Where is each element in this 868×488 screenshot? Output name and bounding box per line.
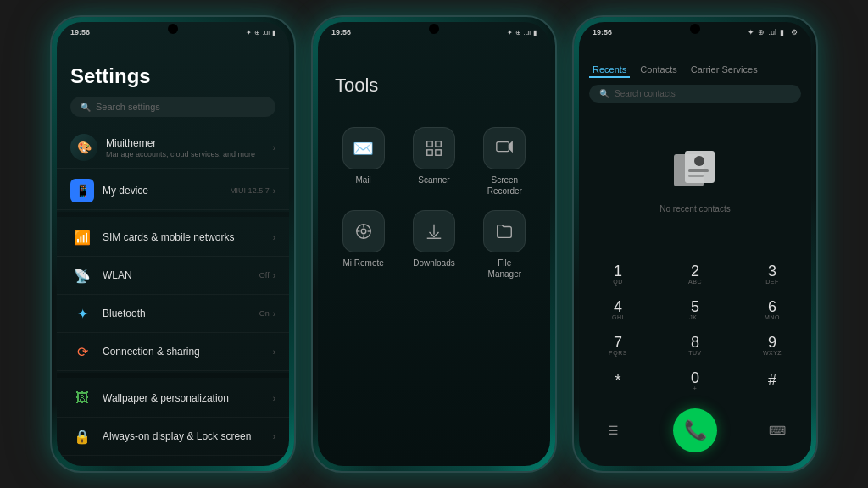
settings-item-miuithemer[interactable]: 🎨 Miuithemer Manage accounts, cloud serv…: [57, 127, 289, 169]
mydevice-right: MIUI 12.5.7 ›: [230, 186, 275, 196]
mydevice-version: MIUI 12.5.7: [230, 186, 270, 195]
tab-recents[interactable]: Recents: [589, 63, 630, 78]
bluetooth-status: On: [259, 309, 270, 318]
keypad-toggle-button[interactable]: ⌨: [760, 413, 794, 447]
key-4[interactable]: 4 GHI: [593, 293, 643, 325]
tab-carrier[interactable]: Carrier Services: [687, 63, 761, 78]
dialer-search-bar[interactable]: 🔍 Search contacts: [589, 85, 801, 103]
key-8[interactable]: 8 TUV: [670, 329, 721, 361]
settings-item-bluetooth[interactable]: ✦ Bluetooth On ›: [57, 295, 289, 333]
bluetooth-icon: ✦: [70, 302, 94, 325]
key-7[interactable]: 7 PQRS: [593, 329, 643, 361]
key-9[interactable]: 9 WXYZ: [747, 329, 798, 361]
call-icon: 📞: [684, 419, 707, 441]
key-3[interactable]: 3 DEF: [747, 258, 798, 290]
call-button[interactable]: 📞: [673, 408, 717, 452]
svg-rect-1: [436, 141, 441, 147]
wallpaper-content: Wallpaper & personalization: [103, 392, 273, 404]
tools-title: Tools: [335, 75, 533, 97]
menu-button[interactable]: ☰: [596, 413, 630, 447]
scanner-label: Scanner: [418, 175, 449, 186]
signal-icon-status: ⊕: [254, 29, 260, 36]
settings-item-wlan[interactable]: 📡 WLAN Off ›: [57, 257, 289, 295]
key-6[interactable]: 6 MNO: [747, 293, 798, 325]
settings-gear-icon[interactable]: ⚙: [791, 28, 798, 36]
lockscreen-chevron: ›: [273, 432, 275, 441]
key-star[interactable]: *: [593, 364, 643, 396]
phone-dialer: 19:56 ✦ ⊕ .ul ▮ ⚙ Recents Contacts Carri…: [572, 15, 818, 473]
wlan-title: WLAN: [103, 269, 259, 281]
wlan-status: Off: [259, 271, 270, 280]
bt-icon-3: ✦: [748, 28, 754, 36]
mi-remote-icon: [342, 210, 385, 252]
tool-downloads[interactable]: Downloads: [405, 210, 462, 280]
status-icons-1: ✦ ⊕ .ul ▮: [246, 29, 275, 36]
keypad-row-3: 7 PQRS 8 TUV 9 WXYZ: [593, 329, 798, 361]
mydevice-content: My device: [103, 185, 230, 197]
tool-mail[interactable]: ✉️ Mail: [335, 127, 392, 197]
divider-2: [57, 373, 289, 378]
settings-item-display[interactable]: ☀ Display ›: [57, 456, 289, 466]
search-placeholder: Search settings: [96, 102, 160, 112]
key-1[interactable]: 1 QD: [593, 258, 643, 290]
tab-contacts[interactable]: Contacts: [637, 63, 680, 78]
mi-remote-label: Mi Remote: [342, 258, 383, 269]
bluetooth-right: On ›: [259, 309, 275, 319]
tools-header: Tools: [318, 41, 550, 114]
settings-search-bar[interactable]: 🔍 Search settings: [70, 97, 275, 117]
divider-1: [57, 212, 289, 217]
connection-content: Connection & sharing: [103, 346, 273, 358]
settings-item-lockscreen[interactable]: 🔒 Always-on display & Lock screen ›: [57, 418, 289, 456]
miuithemer-icon: 🎨: [70, 134, 97, 161]
phone-settings: 19:56 ✦ ⊕ .ul ▮ Settings 🔍 Search settin…: [50, 15, 296, 473]
file-manager-label: FileManager: [488, 258, 521, 280]
key-5[interactable]: 5 JKL: [670, 293, 721, 325]
sim-content: SIM cards & mobile networks: [103, 231, 273, 243]
settings-item-sim[interactable]: 📶 SIM cards & mobile networks ›: [57, 219, 289, 257]
tool-file-manager[interactable]: FileManager: [476, 210, 533, 280]
mydevice-chevron: ›: [273, 186, 275, 196]
status-time-3: 19:56: [593, 28, 612, 36]
dialer-screen: 19:56 ✦ ⊕ .ul ▮ ⚙ Recents Contacts Carri…: [579, 22, 811, 466]
scanner-icon: [413, 127, 455, 169]
svg-point-15: [694, 156, 704, 166]
svg-rect-17: [688, 175, 704, 177]
svg-rect-14: [685, 151, 715, 183]
key-hash[interactable]: #: [747, 364, 798, 396]
svg-rect-2: [427, 150, 432, 155]
downloads-label: Downloads: [413, 258, 454, 269]
tool-scanner[interactable]: Scanner: [405, 127, 462, 197]
tool-screen-recorder[interactable]: ScreenRecorder: [476, 127, 533, 197]
wlan-content: WLAN: [103, 269, 259, 281]
svg-rect-3: [436, 150, 441, 155]
menu-icon: ☰: [608, 424, 619, 437]
search-icon: 🔍: [81, 103, 91, 112]
key-0[interactable]: 0 +: [670, 364, 721, 396]
wallpaper-title: Wallpaper & personalization: [103, 392, 273, 404]
lockscreen-title: Always-on display & Lock screen: [103, 430, 273, 442]
signal-icon-3: ⊕: [758, 28, 765, 36]
camera-notch-2: [429, 24, 439, 34]
key-2[interactable]: 2 ABC: [670, 258, 721, 290]
svg-rect-0: [427, 141, 432, 147]
bluetooth-chevron: ›: [273, 309, 275, 319]
keypad-row-4: * 0 + #: [593, 364, 798, 396]
screen-recorder-icon: [483, 127, 526, 169]
mydevice-icon: 📱: [70, 179, 94, 202]
settings-item-connection[interactable]: ⟳ Connection & sharing ›: [57, 333, 289, 371]
bluetooth-icon-status: ✦: [246, 29, 252, 36]
sim-title: SIM cards & mobile networks: [103, 231, 273, 243]
settings-item-mydevice[interactable]: 📱 My device MIUI 12.5.7 ›: [57, 172, 289, 210]
svg-point-7: [361, 229, 366, 234]
battery-icon-2: ▮: [533, 29, 537, 36]
no-recents-icon: [670, 147, 721, 197]
dialer-tabs: Recents Contacts Carrier Services: [579, 41, 811, 85]
sim-icon: 📶: [70, 225, 94, 249]
tool-mi-remote[interactable]: Mi Remote: [335, 210, 392, 280]
miuithemer-right: ›: [273, 143, 275, 152]
dialer-search-icon: 🔍: [599, 89, 609, 98]
settings-item-wallpaper[interactable]: 🖼 Wallpaper & personalization ›: [57, 380, 289, 418]
wlan-right: Off ›: [259, 271, 275, 280]
dialer-search-placeholder: Search contacts: [615, 89, 676, 98]
miuithemer-content: Miuithemer Manage accounts, cloud servic…: [106, 137, 273, 158]
